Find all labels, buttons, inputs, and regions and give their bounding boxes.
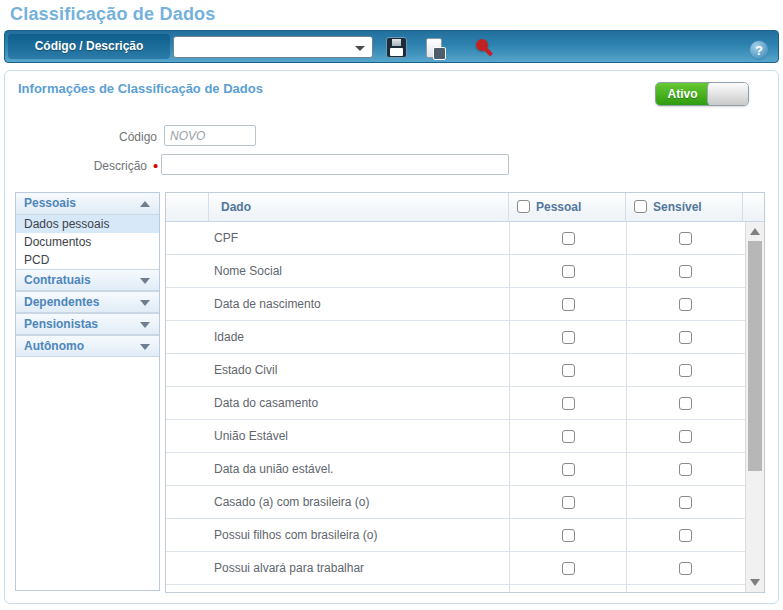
column-header-pessoal: Pessoal: [509, 193, 626, 222]
table-row[interactable]: Data de nascimento: [166, 288, 745, 321]
sensivel-checkbox[interactable]: [679, 265, 692, 278]
pessoal-cell: [509, 255, 626, 287]
sidebar-group-pessoais[interactable]: Pessoais: [16, 193, 159, 215]
pessoal-cell: [509, 552, 626, 584]
sensivel-checkbox[interactable]: [679, 463, 692, 476]
sidebar-group-label: Autônomo: [24, 339, 84, 353]
page-title: Classificação de Dados: [10, 4, 216, 25]
main-panel: Informações de Classificação de Dados At…: [4, 70, 779, 604]
chevron-down-icon[interactable]: [140, 278, 150, 284]
grid-header-spacer: [166, 193, 209, 222]
sensivel-cell: [626, 222, 744, 254]
sidebar-group-label: Pensionistas: [24, 317, 98, 331]
block-icon[interactable]: [476, 39, 488, 51]
pessoal-checkbox[interactable]: [562, 364, 575, 377]
pessoal-checkbox[interactable]: [562, 232, 575, 245]
scroll-up-icon[interactable]: [750, 228, 760, 235]
sensivel-checkbox[interactable]: [679, 529, 692, 542]
required-marker: •: [153, 157, 158, 174]
pessoal-cell: [509, 585, 626, 592]
table-row[interactable]: Data do casamento: [166, 387, 745, 420]
sensivel-cell: [626, 486, 744, 518]
scrollbar-thumb[interactable]: [748, 241, 762, 471]
scroll-down-icon[interactable]: [750, 579, 760, 586]
pessoal-checkbox[interactable]: [562, 562, 575, 575]
grid-header: Dado Pessoal Sensível: [166, 193, 764, 222]
table-row[interactable]: CPF: [166, 222, 745, 255]
record-selector-combo[interactable]: [173, 36, 373, 58]
sensivel-checkbox[interactable]: [679, 331, 692, 344]
sensivel-checkbox[interactable]: [679, 397, 692, 410]
dado-cell: Estado Civil: [214, 354, 277, 386]
pessoal-checkbox[interactable]: [562, 265, 575, 278]
pessoal-checkbox[interactable]: [562, 397, 575, 410]
dado-cell: Nome Social: [214, 255, 282, 287]
descricao-label: Descrição: [35, 159, 147, 173]
sidebar-group-label: Contratuais: [24, 273, 91, 287]
sidebar-group-dependentes[interactable]: Dependentes: [16, 291, 159, 313]
sensivel-checkbox[interactable]: [679, 364, 692, 377]
table-row[interactable]: Casado (a) com brasileira (o): [166, 486, 745, 519]
sensivel-checkbox[interactable]: [679, 496, 692, 509]
pessoal-checkbox[interactable]: [562, 496, 575, 509]
sensivel-checkbox[interactable]: [679, 232, 692, 245]
codigo-label: Código: [45, 130, 157, 144]
sensivel-cell: [626, 420, 744, 452]
dado-cell: CPF: [214, 222, 238, 254]
pessoal-cell: [509, 486, 626, 518]
chevron-down-icon[interactable]: [355, 46, 365, 51]
sensivel-checkbox[interactable]: [679, 430, 692, 443]
chevron-up-icon[interactable]: [140, 201, 150, 207]
chevron-down-icon[interactable]: [140, 300, 150, 306]
table-row[interactable]: Idade: [166, 321, 745, 354]
table-body: CPFNome SocialData de nascimentoIdadeEst…: [166, 222, 745, 592]
column-header-dado: Dado: [209, 193, 509, 222]
help-icon[interactable]: ?: [749, 40, 769, 60]
sensivel-cell: [626, 585, 744, 592]
sensivel-select-all-checkbox[interactable]: [634, 200, 647, 213]
table-row[interactable]: Possui filhos com brasileira (o): [166, 519, 745, 552]
codigo-field[interactable]: [164, 125, 256, 146]
column-header-pessoal-label: Pessoal: [536, 200, 581, 214]
pessoal-checkbox[interactable]: [562, 298, 575, 311]
active-toggle-label: Ativo: [656, 83, 709, 105]
sidebar-item-dados-pessoais[interactable]: Dados pessoais: [16, 215, 159, 233]
dado-cell: Idade: [214, 321, 244, 353]
save-as-icon[interactable]: [426, 38, 442, 58]
pessoal-select-all-checkbox[interactable]: [517, 200, 530, 213]
sidebar-item-documentos[interactable]: Documentos: [16, 233, 159, 251]
chevron-down-icon[interactable]: [140, 322, 150, 328]
sidebar-group-autonomo[interactable]: Autônomo: [16, 335, 159, 357]
descricao-field[interactable]: [161, 154, 509, 175]
pessoal-cell: [509, 420, 626, 452]
sidebar-group-pensionistas[interactable]: Pensionistas: [16, 313, 159, 335]
sidebar-group-contratuais[interactable]: Contratuais: [16, 269, 159, 291]
active-toggle-knob[interactable]: [707, 83, 748, 105]
filter-label: Código / Descrição: [8, 34, 170, 59]
dado-cell: Casado (a) com brasileira (o): [214, 486, 369, 518]
save-icon[interactable]: [386, 37, 407, 58]
sidebar-item-pcd[interactable]: PCD: [16, 251, 159, 269]
sensivel-checkbox[interactable]: [679, 298, 692, 311]
sidebar-group-label: Dependentes: [24, 295, 99, 309]
sensivel-checkbox[interactable]: [679, 562, 692, 575]
pessoal-cell: [509, 288, 626, 320]
active-toggle[interactable]: Ativo: [655, 82, 749, 106]
table-row[interactable]: Data da união estável.: [166, 453, 745, 486]
table-row[interactable]: Estado Civil: [166, 354, 745, 387]
sensivel-cell: [626, 387, 744, 419]
table-row[interactable]: União Estável: [166, 420, 745, 453]
pessoal-checkbox[interactable]: [562, 430, 575, 443]
pessoal-checkbox[interactable]: [562, 529, 575, 542]
table-row-partial: [166, 585, 745, 592]
sensivel-cell: [626, 255, 744, 287]
dado-cell: União Estável: [214, 420, 288, 452]
table-row[interactable]: Possui alvará para trabalhar: [166, 552, 745, 585]
pessoal-checkbox[interactable]: [562, 331, 575, 344]
chevron-down-icon[interactable]: [140, 344, 150, 350]
table-row[interactable]: Nome Social: [166, 255, 745, 288]
vertical-scrollbar[interactable]: [745, 222, 764, 592]
pessoal-checkbox[interactable]: [562, 463, 575, 476]
pessoal-cell: [509, 453, 626, 485]
pessoal-cell: [509, 387, 626, 419]
